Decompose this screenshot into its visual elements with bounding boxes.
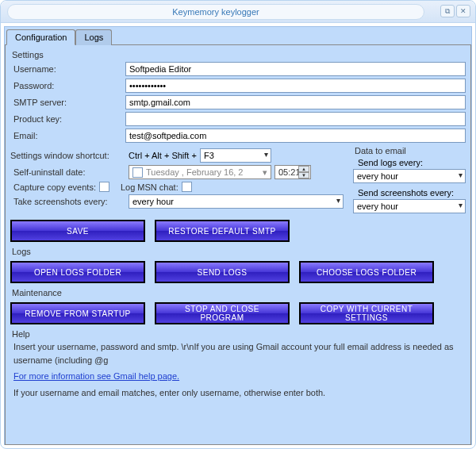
gmail-help-link[interactable]: For more information see Gmail help page…: [13, 371, 179, 381]
settings-group-label: Settings: [12, 50, 466, 59]
tab-logs[interactable]: Logs: [75, 29, 112, 45]
choose-logs-folder-button[interactable]: CHOOSE LOGS FOLDER: [299, 261, 434, 283]
send-logs-interval-select[interactable]: every hour: [353, 169, 466, 183]
help-group-label: Help: [12, 329, 466, 339]
capture-copy-checkbox[interactable]: [99, 182, 109, 192]
capture-copy-label: Capture copy events:: [10, 182, 96, 192]
open-logs-folder-button[interactable]: OPEN LOGS FOLDER: [10, 261, 145, 283]
logs-group-label: Logs: [12, 247, 466, 256]
email-input[interactable]: [125, 129, 466, 143]
restore-smtp-button[interactable]: RESTORE DEFAULT SMTP: [155, 220, 290, 242]
send-logs-label: Send logs every:: [358, 158, 466, 167]
remove-startup-button[interactable]: REMOVE FROM STARTUP: [10, 302, 145, 324]
email-label: Email:: [10, 131, 125, 140]
shortcut-prefix: Ctrl + Alt + Shift +: [129, 151, 197, 160]
tab-strip: Configuration Logs: [5, 27, 471, 44]
smtp-input[interactable]: [125, 95, 466, 109]
shortcut-key-select[interactable]: F3: [200, 148, 271, 163]
shortcut-label: Settings window shortcut:: [10, 151, 125, 160]
copy-settings-button[interactable]: COPY WITH CURRENT SETTINGS: [299, 302, 434, 324]
password-input[interactable]: [125, 79, 466, 93]
send-screenshots-interval-select[interactable]: every hour: [353, 199, 466, 213]
username-label: Username:: [10, 64, 125, 74]
password-label: Password:: [10, 81, 125, 90]
titlebar[interactable]: Keymemory keylogger ⧉ ✕: [1, 1, 475, 23]
time-down-icon[interactable]: ▼: [298, 172, 309, 178]
send-logs-button[interactable]: SEND LOGS: [155, 261, 290, 283]
uninstall-date-checkbox[interactable]: [132, 167, 143, 178]
uninstall-date-value: Tuesday , February 16, 2: [146, 167, 244, 177]
send-screenshots-label: Send screenshots every:: [358, 188, 466, 198]
smtp-label: SMTP server:: [10, 98, 125, 107]
product-key-input[interactable]: [125, 112, 466, 126]
log-msn-checkbox[interactable]: [182, 182, 192, 192]
window-title: Keymemory keylogger: [7, 4, 424, 20]
tab-configuration[interactable]: Configuration: [6, 29, 75, 45]
content-area: Configuration Logs Settings Username: Pa…: [4, 26, 472, 445]
app-window: Keymemory keylogger ⧉ ✕ Configuration Lo…: [0, 0, 476, 449]
help-text-1: Insert your username, password and smtp.…: [13, 340, 466, 366]
help-text-2: If your username and email matches, ente…: [13, 386, 466, 400]
uninstall-time-picker[interactable]: 05:21 ▲▼: [274, 165, 311, 179]
close-button[interactable]: ✕: [456, 5, 470, 17]
data-email-group-label: Data to email: [355, 146, 466, 155]
username-input[interactable]: [125, 62, 466, 76]
save-button[interactable]: SAVE: [10, 220, 145, 242]
time-up-icon[interactable]: ▲: [298, 166, 309, 172]
product-key-label: Product key:: [10, 114, 125, 124]
uninstall-date-picker[interactable]: Tuesday , February 16, 2 ▾: [129, 165, 271, 179]
screenshots-interval-select[interactable]: every hour: [129, 194, 344, 209]
screenshots-label: Take screenshots every:: [10, 197, 125, 206]
tab-panel-configuration: Settings Username: Password: SMTP server…: [5, 44, 471, 445]
uninstall-label: Self-uninstall date:: [10, 167, 125, 177]
maintenance-group-label: Maintenance: [12, 288, 466, 297]
log-msn-label: Log MSN chat:: [121, 182, 178, 192]
stop-close-button[interactable]: STOP AND CLOSE PROGRAM: [155, 302, 290, 324]
restore-button[interactable]: ⧉: [440, 5, 455, 17]
